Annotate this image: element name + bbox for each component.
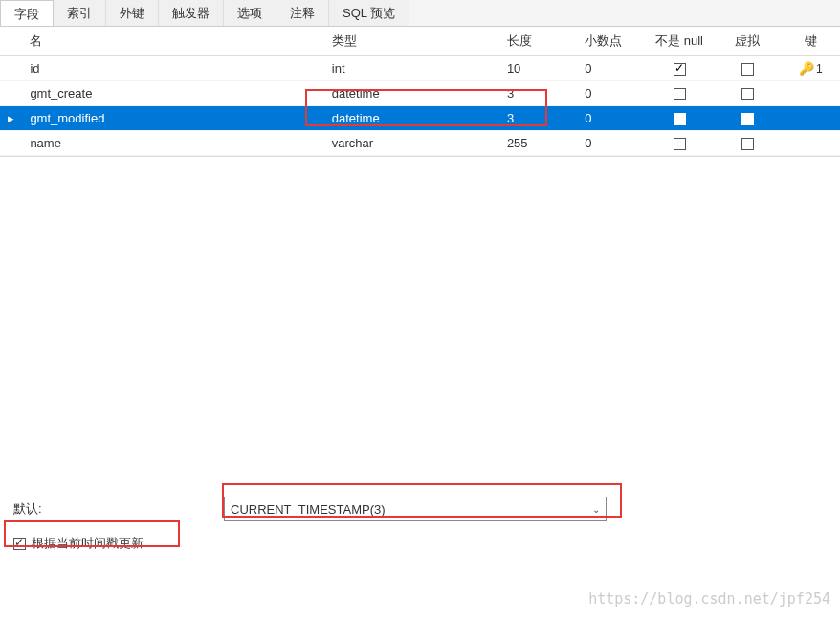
cell-not-null[interactable] [645, 81, 713, 106]
checkbox-icon[interactable] [674, 63, 686, 76]
watermark-text: https://blog.csdn.net/jpf254 [588, 590, 830, 608]
cell-type[interactable]: datetime [324, 81, 499, 106]
chevron-down-icon: ⌄ [592, 504, 600, 515]
default-value-text: CURRENT_TIMESTAMP(3) [231, 502, 386, 517]
fields-table: 名 类型 长度 小数点 不是 null 虚拟 键 idint100🔑1gmt_c… [0, 27, 840, 157]
on-update-label: 根据当前时间戳更新 [32, 535, 144, 552]
cell-name[interactable]: gmt_modified [22, 106, 323, 131]
default-value-combobox[interactable]: CURRENT_TIMESTAMP(3) ⌄ [224, 497, 607, 521]
header-decimal[interactable]: 小数点 [577, 27, 645, 56]
checkbox-icon[interactable] [741, 113, 754, 125]
cell-key[interactable] [782, 81, 840, 106]
checkbox-icon[interactable] [674, 113, 686, 125]
table-row[interactable]: idint100🔑1 [0, 56, 840, 81]
table-row[interactable]: namevarchar2550 [0, 131, 840, 156]
key-icon: 🔑 [799, 61, 814, 76]
cell-virtual[interactable] [714, 106, 782, 131]
row-indicator: ▸ [0, 106, 22, 131]
empty-space [0, 157, 840, 482]
tab-sql-preview[interactable]: SQL 预览 [329, 0, 409, 26]
table-row[interactable]: ▸gmt_modifieddatetime30 [0, 106, 840, 131]
checkbox-icon[interactable] [741, 88, 754, 100]
header-virtual[interactable]: 虚拟 [714, 27, 782, 56]
row-indicator [0, 56, 22, 81]
cell-length[interactable]: 255 [499, 131, 577, 156]
header-not-null[interactable]: 不是 null [645, 27, 713, 56]
cell-type[interactable]: datetime [324, 106, 499, 131]
cell-decimal[interactable]: 0 [577, 81, 645, 106]
header-length[interactable]: 长度 [499, 27, 577, 56]
tab-foreign-keys[interactable]: 外键 [106, 0, 159, 26]
tab-fields[interactable]: 字段 [0, 0, 54, 26]
cell-virtual[interactable] [714, 81, 782, 106]
header-type[interactable]: 类型 [324, 27, 499, 56]
cell-length[interactable]: 3 [499, 106, 577, 131]
checkbox-icon[interactable] [741, 138, 754, 150]
cell-not-null[interactable] [645, 131, 713, 156]
field-detail-panel: 默认: CURRENT_TIMESTAMP(3) ⌄ 根据当前时间戳更新 [0, 487, 840, 562]
cell-length[interactable]: 3 [499, 81, 577, 106]
cell-name[interactable]: name [22, 131, 323, 156]
checkbox-icon[interactable] [674, 138, 686, 150]
row-indicator [0, 131, 22, 156]
cell-not-null[interactable] [645, 56, 713, 81]
cell-type[interactable]: int [324, 56, 499, 81]
tab-comment[interactable]: 注释 [276, 0, 329, 26]
cell-decimal[interactable]: 0 [577, 56, 645, 81]
cell-key[interactable] [782, 131, 840, 156]
default-label: 默认: [13, 500, 224, 518]
tab-options[interactable]: 选项 [224, 0, 276, 26]
on-update-checkbox[interactable] [13, 538, 26, 550]
cell-decimal[interactable]: 0 [577, 106, 645, 131]
cell-decimal[interactable]: 0 [577, 131, 645, 156]
checkbox-icon[interactable] [741, 63, 754, 76]
cell-type[interactable]: varchar [324, 131, 499, 156]
table-row[interactable]: gmt_createdatetime30 [0, 81, 840, 106]
tab-triggers[interactable]: 触发器 [159, 0, 224, 26]
tab-indexes[interactable]: 索引 [54, 0, 106, 26]
cell-virtual[interactable] [714, 131, 782, 156]
cell-virtual[interactable] [714, 56, 782, 81]
key-number: 1 [816, 62, 823, 76]
cell-length[interactable]: 10 [499, 56, 577, 81]
row-indicator [0, 81, 22, 106]
cell-not-null[interactable] [645, 106, 713, 131]
header-key[interactable]: 键 [782, 27, 840, 56]
checkbox-icon[interactable] [674, 88, 686, 100]
header-name[interactable]: 名 [22, 27, 323, 56]
cell-key[interactable]: 🔑1 [782, 56, 840, 81]
cell-key[interactable] [782, 106, 840, 131]
tab-bar: 字段 索引 外键 触发器 选项 注释 SQL 预览 [0, 0, 840, 27]
cell-name[interactable]: id [22, 56, 323, 81]
cell-name[interactable]: gmt_create [22, 81, 323, 106]
